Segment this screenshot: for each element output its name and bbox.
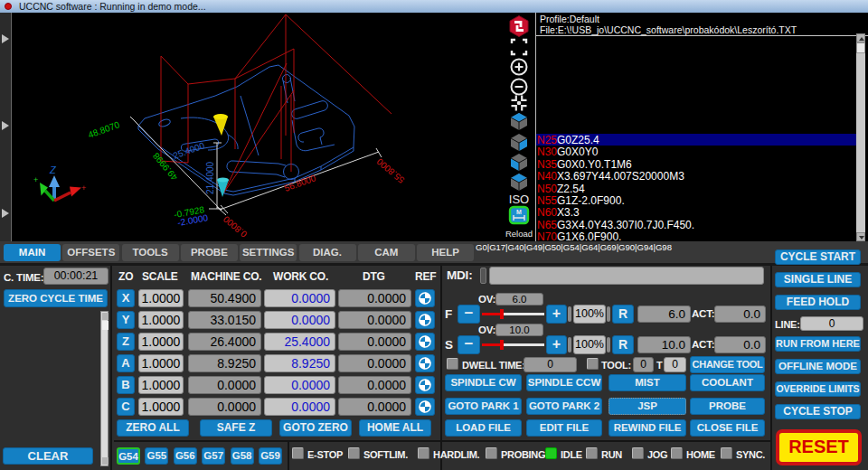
svg-text:55.8000: 55.8000 bbox=[374, 156, 406, 185]
svg-text:M: M bbox=[516, 209, 522, 215]
svg-text:Reload: Reload bbox=[505, 229, 533, 239]
svg-text:48.8070: 48.8070 bbox=[87, 119, 121, 140]
svg-text:Z: Z bbox=[49, 164, 57, 175]
svg-text:+: + bbox=[33, 175, 38, 184]
svg-text:21.4000: 21.4000 bbox=[205, 161, 215, 194]
svg-text:ISO: ISO bbox=[509, 193, 529, 206]
svg-text:+: + bbox=[81, 183, 86, 193]
svg-text:0.8000: 0.8000 bbox=[221, 214, 249, 240]
